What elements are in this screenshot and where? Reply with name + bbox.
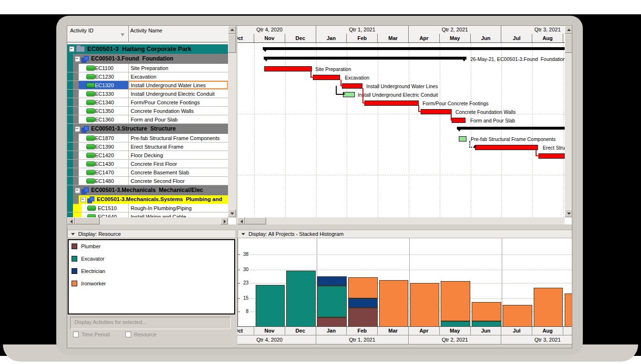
collapse-toggle[interactable]	[75, 126, 80, 131]
gantt-vscrollbar[interactable]	[565, 26, 572, 217]
gantt-bar[interactable]	[313, 75, 340, 80]
resource-checkbox[interactable]	[125, 332, 131, 337]
scrollbar-thumb[interactable]	[565, 34, 572, 53]
scroll-right-button[interactable]	[220, 217, 228, 224]
collapse-chevron-icon[interactable]	[71, 233, 75, 235]
activity-id-cell[interactable]: EC1420	[95, 152, 114, 158]
table-row[interactable]: EC1350Concrete Foundation Walls	[67, 107, 228, 115]
activity-id-cell[interactable]: EC1230	[95, 74, 114, 80]
activity-id-cell[interactable]: EC1640	[98, 214, 117, 218]
gantt-bar[interactable]	[364, 101, 419, 106]
activity-id-cell[interactable]: EC1480	[95, 178, 114, 184]
activity-id-cell[interactable]: EC1390	[95, 144, 114, 150]
activity-name-cell[interactable]: Install Underground Electric Conduit	[131, 91, 215, 97]
gantt-bar[interactable]	[538, 153, 565, 159]
activity-id-cell[interactable]: EC1340	[95, 100, 114, 105]
activity-bar-icon	[87, 205, 96, 211]
table-row[interactable]: EC1330Install Underground Electric Condu…	[67, 90, 228, 98]
arrow-up-icon	[567, 29, 571, 31]
group-row[interactable]: EC00501-3.Mechanicals Mechanical/Elec	[67, 185, 228, 195]
scroll-up-button[interactable]	[565, 26, 572, 34]
legend-label: Electrician	[81, 268, 105, 274]
collapse-chevron-icon[interactable]	[241, 233, 245, 235]
activity-name-cell[interactable]: Install Wiring and Cable	[131, 214, 186, 218]
table-row[interactable]: EC1340Form/Pour Concrete Footings	[67, 98, 228, 107]
scroll-down-button[interactable]	[565, 209, 572, 217]
collapse-toggle[interactable]	[75, 56, 80, 61]
collapse-toggle[interactable]	[75, 188, 80, 193]
group-row-bar[interactable]: EC00501-3.Mechanicals Mechanical/Elec	[73, 185, 228, 195]
activity-id-cell[interactable]: EC1430	[95, 161, 114, 167]
table-row[interactable]: EC1360Form and Pour Slab	[67, 115, 228, 124]
group-row[interactable]: EC00501-3.Structure Structure	[67, 124, 228, 134]
gantt-bar[interactable]	[459, 136, 466, 142]
scroll-left-button[interactable]	[67, 217, 75, 224]
activity-name-cell[interactable]: Form and Pour Slab	[131, 117, 177, 122]
sort-indicator-icon[interactable]	[121, 33, 124, 36]
group-row[interactable]: EC00501-3.Mechanicals.Systems Plumbing a…	[67, 195, 228, 204]
table-row[interactable]: EC1100Site Preparation	[67, 64, 228, 72]
column-divider[interactable]	[128, 26, 129, 42]
scrollbar-thumb[interactable]	[228, 34, 236, 53]
subgroup-row-bar[interactable]: EC00501-3.Mechanicals.Systems Plumbing a…	[79, 195, 228, 204]
gantt-bar[interactable]	[264, 66, 312, 71]
activity-name-cell[interactable]: Install Underground Water Lines	[131, 82, 206, 88]
activity-name-cell[interactable]: Excavation	[131, 74, 156, 80]
histogram-panel-header[interactable]: Display: All Projects - Stacked Histogra…	[238, 230, 572, 238]
collapse-toggle[interactable]	[69, 47, 74, 52]
table-row[interactable]: EC1430Concrete First Floor	[67, 160, 228, 168]
column-header-activity-name[interactable]: Activity Name	[130, 28, 162, 33]
activity-id-cell[interactable]: EC1360	[95, 117, 114, 122]
group-row[interactable]: EC00501-3.Found Foundation	[67, 54, 228, 64]
activity-name-cell[interactable]: Pre-fab Structural Frame Components	[131, 135, 219, 141]
table-row[interactable]: EC1390Erect Structural Frame	[67, 142, 228, 151]
activity-bar-icon	[86, 91, 95, 96]
time-period-checkbox[interactable]	[73, 332, 79, 337]
scrollbar-thumb[interactable]	[75, 217, 100, 224]
table-row[interactable]: EC1230Excavation	[67, 72, 228, 81]
activity-id-cell[interactable]: EC1320	[95, 82, 114, 88]
gantt-summary-bar[interactable]	[263, 47, 565, 50]
collapse-toggle[interactable]	[81, 197, 86, 202]
group-band-project	[67, 142, 73, 151]
table-row[interactable]: EC1470Concrete Basement Slab	[67, 168, 228, 177]
activity-name-cell[interactable]: Site Preparation	[131, 65, 168, 71]
activity-id-cell[interactable]: EC1510	[98, 205, 117, 211]
gantt-bar[interactable]	[421, 109, 452, 114]
table-row[interactable]: EC1510Rough-In Plumbing/Piping	[67, 204, 228, 212]
gantt-bar[interactable]	[342, 83, 362, 89]
scroll-up-button[interactable]	[228, 26, 236, 34]
table-row[interactable]: EC1640Install Wiring and Cable	[67, 212, 228, 217]
resource-panel-header[interactable]: Display: Resource	[67, 230, 236, 238]
activity-name-cell[interactable]: Concrete Foundation Walls	[131, 108, 194, 114]
table-vscrollbar[interactable]	[228, 26, 236, 217]
activity-id-cell[interactable]: EC1350	[95, 108, 114, 114]
activity-name-cell[interactable]: Erect Structural Frame	[131, 144, 184, 150]
scrollbar-thumb[interactable]	[245, 217, 266, 224]
table-row[interactable]: EC1320Install Underground Water Lines	[67, 81, 228, 90]
activity-id-cell[interactable]: EC1100	[95, 65, 114, 71]
activity-name-cell[interactable]: Floor Decking	[131, 152, 163, 158]
column-header-activity-id[interactable]: Activity ID	[70, 28, 93, 33]
table-hscrollbar[interactable]	[67, 217, 228, 224]
activity-name-cell[interactable]: Concrete First Floor	[131, 161, 177, 167]
group-row-bar[interactable]: EC00501-3.Found Foundation	[73, 54, 228, 64]
gantt-summary-bar[interactable]	[457, 127, 565, 130]
activity-id-cell[interactable]: EC1470	[95, 170, 114, 175]
scroll-down-button[interactable]	[228, 209, 236, 217]
gantt-bar[interactable]	[475, 145, 538, 150]
group-row-bar[interactable]: EC00501-3.Structure Structure	[73, 124, 228, 134]
gantt-hscrollbar[interactable]	[238, 217, 565, 224]
table-row[interactable]: EC1870Pre-fab Structural Frame Component…	[67, 134, 228, 142]
table-row[interactable]: EC1420Floor Decking	[67, 151, 228, 160]
gantt-summary-bar[interactable]	[264, 57, 466, 60]
activity-name-cell[interactable]: Concrete Second Floor	[131, 178, 185, 184]
group-row[interactable]: EC00501-3 Haitang Corporate Park	[67, 44, 228, 54]
activity-id-cell[interactable]: EC1870	[95, 135, 114, 141]
activity-id-cell[interactable]: EC1330	[95, 91, 114, 97]
activity-name-cell[interactable]: Form/Pour Concrete Footings	[131, 100, 200, 105]
table-row[interactable]: EC1480Concrete Second Floor	[67, 177, 228, 185]
scroll-left-button[interactable]	[238, 217, 245, 224]
activity-name-cell[interactable]: Rough-In Plumbing/Piping	[131, 205, 192, 211]
activity-name-cell[interactable]: Concrete Basement Slab	[131, 170, 189, 175]
